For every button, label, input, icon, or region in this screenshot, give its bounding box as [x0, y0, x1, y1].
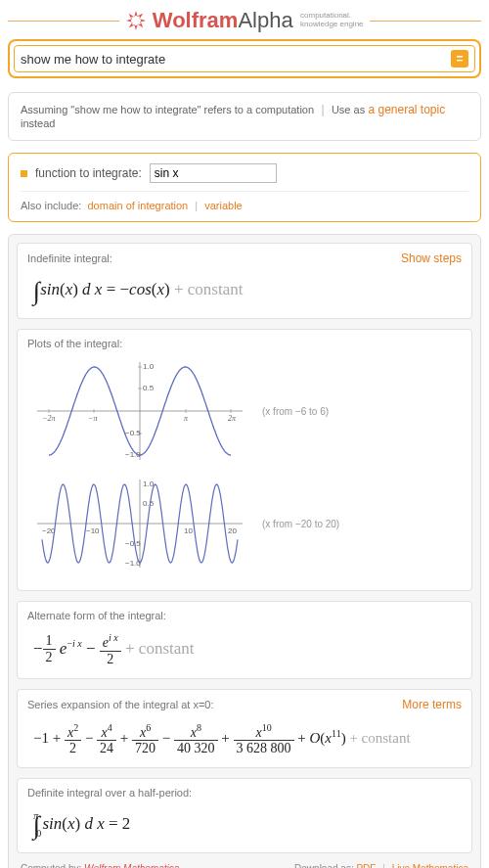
- live-mathematica-link[interactable]: Live Mathematica: [392, 863, 468, 868]
- wolfram-logo-icon: [125, 10, 147, 31]
- function-label: function to integrate:: [35, 166, 142, 180]
- function-input[interactable]: [150, 163, 277, 183]
- svg-text:0.5: 0.5: [143, 499, 155, 508]
- search-input[interactable]: [21, 52, 451, 67]
- svg-text:2π: 2π: [228, 414, 237, 423]
- logo-tagline: computational.knowledge engine: [300, 12, 364, 29]
- variable-link[interactable]: variable: [204, 200, 243, 211]
- function-panel: function to integrate: Also include: dom…: [8, 153, 481, 222]
- definite-integral-card: Definite integral over a half-period: ∫0…: [17, 778, 472, 853]
- definite-formula: ∫0π sin(x) d x = 2: [27, 806, 462, 845]
- svg-text:−0.5: −0.5: [125, 429, 141, 437]
- card-title: Alternate form of the integral:: [27, 610, 166, 621]
- also-include-label: Also include:: [21, 200, 81, 211]
- svg-marker-4: [137, 14, 143, 20]
- svg-text:1.0: 1.0: [143, 480, 155, 488]
- plot-1: −2π−π π2π 1.00.5 −0.5−1.0: [27, 357, 252, 465]
- pdf-link[interactable]: PDF: [356, 863, 376, 868]
- assumption-text: Assuming "show me how to integrate" refe…: [21, 104, 314, 115]
- svg-text:10: 10: [184, 526, 193, 535]
- more-terms-link[interactable]: More terms: [402, 698, 462, 711]
- svg-text:−π: −π: [88, 414, 98, 423]
- svg-text:−2π: −2π: [42, 414, 56, 423]
- show-steps-link[interactable]: Show steps: [401, 251, 462, 265]
- assumption-alt-link[interactable]: a general topic: [368, 103, 445, 116]
- logo-text: WolframAlpha: [153, 8, 293, 32]
- series-formula: −1 + x22 − x424 + x6720 − x840 320 + x10…: [27, 719, 462, 760]
- alternate-formula: −12 e−i x − ei x2 + constant: [27, 629, 462, 670]
- wolfram-mathematica-link[interactable]: Wolfram Mathematica: [84, 863, 179, 868]
- svg-text:−10: −10: [86, 526, 100, 535]
- svg-text:0.5: 0.5: [143, 384, 155, 392]
- svg-text:20: 20: [228, 526, 237, 535]
- indefinite-formula: ∫sin(x) d x = −cos(x) + constant: [27, 273, 462, 310]
- svg-marker-7: [129, 14, 135, 20]
- indefinite-integral-card: Indefinite integral: Show steps ∫sin(x) …: [17, 243, 472, 319]
- bullet-icon: [21, 170, 27, 177]
- plot-2: −20−10 1020 1.00.5 −0.5−1.0: [27, 475, 252, 572]
- domain-link[interactable]: domain of integration: [88, 200, 189, 211]
- svg-text:−1.0: −1.0: [125, 559, 141, 568]
- card-title: Series expansion of the integral at x=0:: [27, 699, 213, 710]
- svg-marker-6: [129, 23, 135, 28]
- alternate-form-card: Alternate form of the integral: −12 e−i …: [17, 601, 472, 679]
- plots-card: Plots of the integral: −2π−π π2π 1.00.5 …: [17, 329, 472, 591]
- search-box: =: [8, 39, 481, 78]
- card-title: Plots of the integral:: [27, 338, 122, 349]
- card-title: Definite integral over a half-period:: [27, 787, 192, 799]
- plot-1-caption: (x from −6 to 6): [262, 406, 329, 417]
- svg-text:1.0: 1.0: [143, 362, 155, 371]
- svg-text:π: π: [184, 414, 189, 423]
- plot-2-caption: (x from −20 to 20): [262, 519, 339, 529]
- results-panel: Indefinite integral: Show steps ∫sin(x) …: [8, 234, 481, 868]
- assumption-panel: Assuming "show me how to integrate" refe…: [8, 92, 481, 141]
- results-footer: Computed by: Wolfram Mathematica Downloa…: [17, 863, 472, 868]
- svg-marker-5: [138, 22, 144, 27]
- series-card: Series expansion of the integral at x=0:…: [17, 689, 472, 769]
- card-title: Indefinite integral:: [27, 252, 112, 264]
- svg-text:−0.5: −0.5: [125, 539, 141, 548]
- logo-bar: WolframAlpha computational.knowledge eng…: [8, 8, 481, 33]
- compute-button[interactable]: =: [451, 50, 468, 68]
